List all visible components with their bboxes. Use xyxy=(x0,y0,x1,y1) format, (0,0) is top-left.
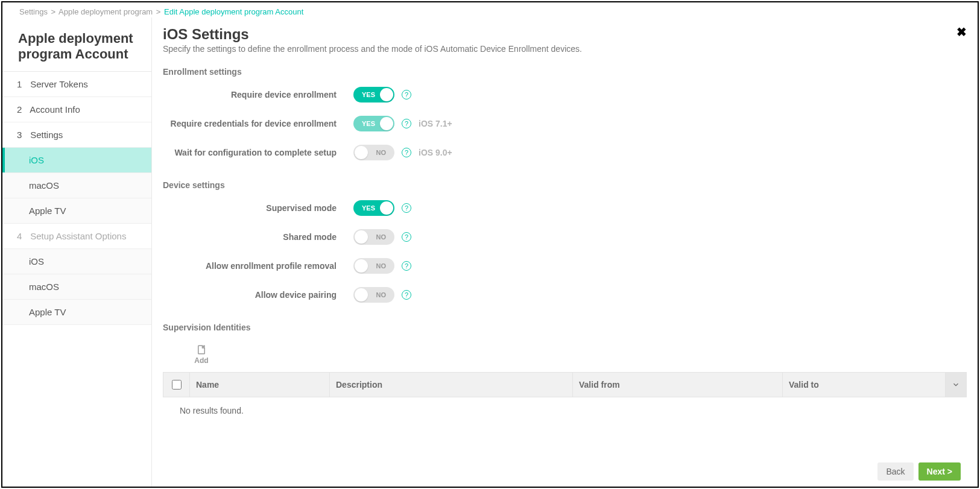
table-header-select[interactable] xyxy=(163,373,190,397)
nav-sa-macos[interactable]: macOS xyxy=(2,274,151,300)
nav-settings-ios[interactable]: iOS xyxy=(2,148,151,173)
toggle-supervised[interactable]: YES xyxy=(353,200,394,216)
toggle-allow-profile-removal[interactable]: NO xyxy=(353,258,394,274)
nav-settings-macos[interactable]: macOS xyxy=(2,173,151,198)
section-device: Device settings xyxy=(163,180,967,190)
table-header-name[interactable]: Name xyxy=(190,373,330,397)
toggle-require-credentials[interactable]: YES xyxy=(353,116,394,131)
close-icon[interactable]: ✖ xyxy=(956,26,967,38)
label-require-credentials: Require credentials for device enrollmen… xyxy=(163,119,353,128)
toggle-allow-pairing[interactable]: NO xyxy=(353,287,394,303)
toggle-shared[interactable]: NO xyxy=(353,229,394,245)
hint-ios71: iOS 7.1+ xyxy=(419,119,452,128)
nav-sa-ios[interactable]: iOS xyxy=(2,249,151,274)
section-supervision-identities: Supervision Identities xyxy=(163,323,967,332)
table-empty: No results found. xyxy=(163,397,967,426)
nav-sub-label: Apple TV xyxy=(29,307,66,317)
label-require-enrollment: Require device enrollment xyxy=(163,90,353,99)
hint-ios90: iOS 9.0+ xyxy=(419,148,452,157)
nav-label: Server Tokens xyxy=(30,79,88,89)
nav-sub-label: Apple TV xyxy=(29,206,66,216)
nav-sa-appletv[interactable]: Apple TV xyxy=(2,300,151,325)
table-header-description[interactable]: Description xyxy=(330,373,573,397)
section-enrollment: Enrollment settings xyxy=(163,67,967,77)
nav-server-tokens[interactable]: 1 Server Tokens xyxy=(2,72,151,97)
help-icon[interactable]: ? xyxy=(402,119,411,128)
help-icon[interactable]: ? xyxy=(402,148,411,157)
breadcrumb-current: Edit Apple deployment program Account xyxy=(164,7,303,16)
nav-label: Setup Assistant Options xyxy=(30,231,126,241)
chevron-down-icon xyxy=(952,380,960,389)
help-icon[interactable]: ? xyxy=(402,203,411,213)
help-icon[interactable]: ? xyxy=(402,290,411,300)
help-icon[interactable]: ? xyxy=(402,261,411,271)
breadcrumb: Settings > Apple deployment program > Ed… xyxy=(2,2,978,17)
table-header-valid-from[interactable]: Valid from xyxy=(573,373,783,397)
add-label: Add xyxy=(189,356,213,365)
page-subtitle: Specify the settings to define the enrol… xyxy=(163,44,582,54)
label-supervised: Supervised mode xyxy=(163,203,353,213)
main-panel: iOS Settings Specify the settings to def… xyxy=(152,17,978,487)
table-header-expand[interactable] xyxy=(946,373,966,397)
nav-sub-label: macOS xyxy=(29,282,59,292)
nav-setup-assistant[interactable]: 4 Setup Assistant Options xyxy=(2,224,151,249)
sidebar: Apple deployment program Account 1 Serve… xyxy=(2,17,152,487)
help-icon[interactable]: ? xyxy=(402,90,411,99)
select-all-checkbox[interactable] xyxy=(172,380,182,390)
label-allow-pairing: Allow device pairing xyxy=(163,290,353,300)
toggle-wait-config[interactable]: NO xyxy=(353,145,394,160)
toggle-require-enrollment[interactable]: YES xyxy=(353,87,394,103)
label-wait-config: Wait for configuration to complete setup xyxy=(163,148,353,157)
nav-sub-label: iOS xyxy=(29,155,44,165)
label-allow-profile-removal: Allow enrollment profile removal xyxy=(163,261,353,271)
add-identity-button[interactable]: Add xyxy=(189,344,213,365)
sidebar-title: Apple deployment program Account xyxy=(2,17,151,71)
nav-label: Account Info xyxy=(30,104,80,115)
back-button[interactable]: Back xyxy=(877,462,913,481)
page-title: iOS Settings xyxy=(163,26,582,43)
add-file-icon xyxy=(196,344,207,355)
nav-label: Settings xyxy=(30,130,63,140)
breadcrumb-settings[interactable]: Settings xyxy=(19,7,48,16)
nav-settings[interactable]: 3 Settings xyxy=(2,122,151,148)
identities-table: Name Description Valid from Valid to xyxy=(163,372,967,397)
breadcrumb-adp[interactable]: Apple deployment program xyxy=(58,7,153,16)
next-button[interactable]: Next > xyxy=(918,462,961,481)
nav-account-info[interactable]: 2 Account Info xyxy=(2,97,151,122)
help-icon[interactable]: ? xyxy=(402,232,411,242)
label-shared: Shared mode xyxy=(163,232,353,242)
nav-sub-label: macOS xyxy=(29,180,59,191)
nav-settings-appletv[interactable]: Apple TV xyxy=(2,198,151,224)
nav-sub-label: iOS xyxy=(29,256,44,267)
table-header-valid-to[interactable]: Valid to xyxy=(783,373,946,397)
